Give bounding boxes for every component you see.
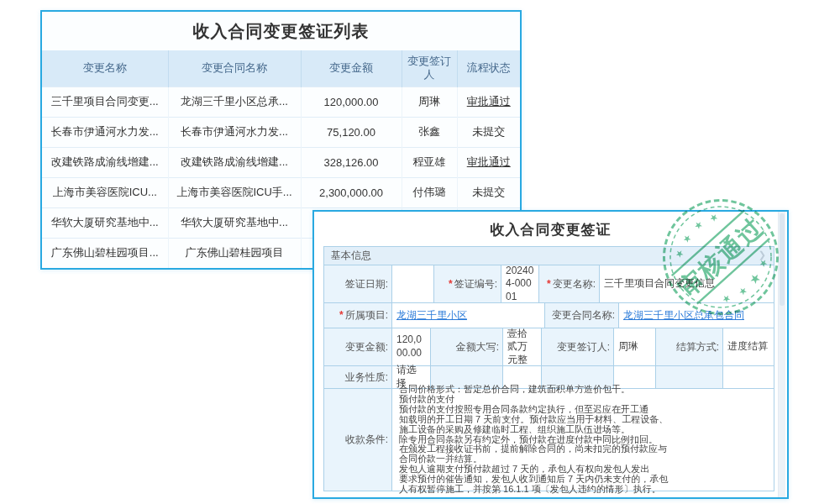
amount-cell: 75,120.00 bbox=[301, 117, 402, 147]
project-label: * 所属项目: bbox=[324, 303, 391, 328]
sign-date-value[interactable] bbox=[391, 265, 433, 302]
section-title: 基本信息 bbox=[331, 249, 371, 263]
form-row: 变更金额: 120,000.00 金额大写: 壹拾贰万元整 变更签订人: 周琳 … bbox=[324, 328, 774, 365]
settle-method-label: 结算方式: bbox=[655, 328, 722, 365]
change-name-value[interactable]: 三千里项目合同变更信息 bbox=[599, 265, 774, 302]
sign-no-label: * 签证编号: bbox=[433, 265, 501, 302]
change-name-label: * 变更名称: bbox=[538, 265, 599, 302]
table-row: 上海市美容医院ICU... 上海市美容医院ICU手... 2,300,000.0… bbox=[42, 177, 520, 207]
basic-info-form: 基本信息 ❯ 签证日期: * 签证编号: 202404-00001 * 变更名称… bbox=[323, 246, 774, 491]
chevron-right-icon: ❯ bbox=[759, 249, 766, 260]
section-bar-basic-info[interactable]: 基本信息 ❯ bbox=[324, 247, 774, 265]
column-header-contract-name: 变更合同名称 bbox=[168, 50, 301, 87]
vertical-scrollbar[interactable] bbox=[778, 212, 785, 497]
amount-label: 变更金额: bbox=[324, 328, 391, 365]
settle-method-value[interactable]: 进度结算 bbox=[722, 328, 774, 365]
sign-no-value: 202404-00001 bbox=[501, 265, 538, 302]
project-value: 龙湖三千里小区 bbox=[391, 303, 544, 328]
amount-value[interactable]: 120,000.00 bbox=[391, 328, 430, 365]
column-header-signer: 变更签订人 bbox=[402, 50, 457, 87]
empty-value-cell bbox=[722, 366, 774, 388]
required-asterisk-icon: * bbox=[547, 278, 551, 291]
table-row: 三千里项目合同变更... 龙湖三千里小区总承... 120,000.00 周琳 … bbox=[42, 87, 520, 117]
amount-cell: 120,000.00 bbox=[301, 87, 402, 117]
signer-label: 变更签订人: bbox=[541, 328, 613, 365]
amount-cell: 2,300,000.00 bbox=[301, 177, 402, 207]
contract-name-link[interactable]: 华软大厦研究基地中... bbox=[168, 207, 301, 238]
list-title: 收入合同变更签证列表 bbox=[42, 12, 520, 50]
table-row: 长春市伊通河水力发... 长春市伊通河水力发... 75,120.00 张鑫 未… bbox=[42, 117, 520, 147]
form-row: 签证日期: * 签证编号: 202404-00001 * 变更名称: 三千里项目… bbox=[324, 265, 774, 302]
status-badge: 未提交 bbox=[457, 117, 520, 147]
business-nature-label: 业务性质: bbox=[324, 366, 391, 388]
project-link[interactable]: 龙湖三千里小区 bbox=[396, 309, 467, 323]
payment-terms-label: 收款条件: bbox=[324, 389, 391, 491]
signer-link[interactable]: 付伟璐 bbox=[402, 177, 457, 207]
change-name-link[interactable]: 华软大厦研究基地中... bbox=[42, 207, 168, 238]
amount-words-value: 壹拾贰万元整 bbox=[502, 328, 541, 365]
contract-name-link[interactable]: 长春市伊通河水力发... bbox=[168, 117, 301, 147]
signer-value[interactable]: 周琳 bbox=[613, 328, 655, 365]
sign-date-label: 签证日期: bbox=[324, 265, 391, 302]
column-header-change-name: 变更名称 bbox=[42, 50, 168, 87]
signer-link[interactable]: 周琳 bbox=[402, 87, 457, 117]
detail-title: 收入合同变更签证 bbox=[314, 212, 787, 245]
form-row: * 所属项目: 龙湖三千里小区 变更合同名称: 龙湖三千里小区总承包合同 bbox=[324, 302, 774, 328]
form-row: 收款条件: 合同价格形式：暂定总价合同，建筑面积单方造价包干。 预付款的支付 预… bbox=[324, 388, 774, 491]
table-header-row: 变更名称 变更合同名称 变更金额 变更签订人 流程状态 bbox=[42, 50, 520, 87]
required-asterisk-icon: * bbox=[339, 309, 344, 322]
scrollbar-thumb[interactable] bbox=[780, 213, 785, 306]
contract-name-link[interactable]: 广东佛山碧桂园项目 bbox=[168, 238, 301, 268]
table-row: 改建铁路成渝线增建... 改建铁路成渝线增建... 328,126.00 程亚雄… bbox=[42, 147, 520, 177]
column-header-amount: 变更金额 bbox=[301, 50, 402, 87]
amount-words-label: 金额大写: bbox=[430, 328, 502, 365]
contract-name-value: 龙湖三千里小区总承包合同 bbox=[618, 303, 774, 328]
amount-cell: 328,126.00 bbox=[301, 147, 402, 177]
contract-link[interactable]: 龙湖三千里小区总承包合同 bbox=[623, 309, 744, 323]
payment-terms-value[interactable]: 合同价格形式：暂定总价合同，建筑面积单方造价包干。 预付款的支付 预付款的支付按… bbox=[391, 389, 774, 491]
column-header-status: 流程状态 bbox=[457, 50, 520, 87]
contract-name-link[interactable]: 上海市美容医院ICU手... bbox=[168, 177, 301, 207]
change-name-link[interactable]: 三千里项目合同变更... bbox=[42, 87, 168, 117]
change-name-link[interactable]: 上海市美容医院ICU... bbox=[42, 177, 168, 207]
contract-name-label: 变更合同名称: bbox=[544, 303, 618, 328]
status-badge: 未提交 bbox=[457, 177, 520, 207]
contract-name-link[interactable]: 改建铁路成渝线增建... bbox=[168, 147, 301, 177]
required-asterisk-icon: * bbox=[449, 278, 453, 291]
change-name-link[interactable]: 长春市伊通河水力发... bbox=[42, 117, 168, 147]
status-badge[interactable]: 审批通过 bbox=[457, 87, 520, 117]
signer-link[interactable]: 张鑫 bbox=[402, 117, 457, 147]
change-name-link[interactable]: 广东佛山碧桂园项目... bbox=[42, 238, 168, 268]
contract-change-detail-panel: 收入合同变更签证 基本信息 ❯ 签证日期: * 签证编号: 202404-000… bbox=[312, 210, 789, 499]
change-name-link[interactable]: 改建铁路成渝线增建... bbox=[42, 147, 168, 177]
status-badge[interactable]: 审批通过 bbox=[457, 147, 520, 177]
signer-link[interactable]: 程亚雄 bbox=[402, 147, 457, 177]
contract-name-link[interactable]: 龙湖三千里小区总承... bbox=[168, 87, 301, 117]
